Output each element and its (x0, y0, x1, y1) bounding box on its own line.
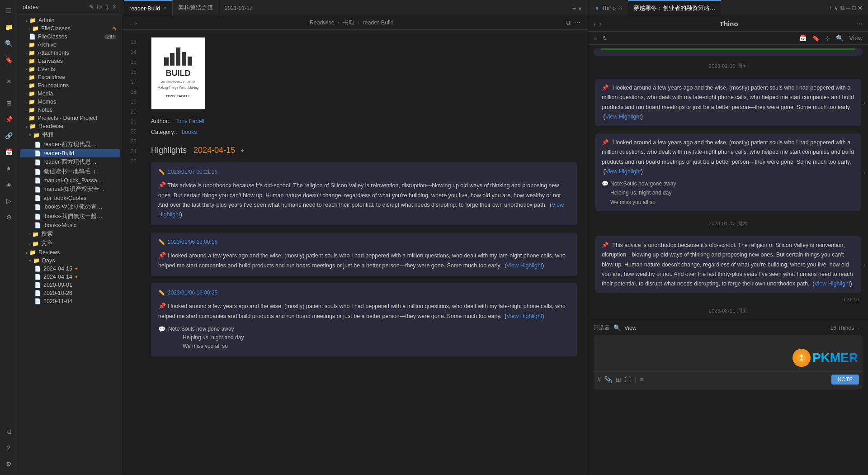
tree-item-canvases[interactable]: › 📁 Canvases (20, 57, 120, 65)
tree-item-2024-04-15[interactable]: 📄 2024-04-15 ✦ (20, 265, 120, 273)
thino-restore-icon[interactable]: □ (852, 5, 856, 12)
search-toolbar-icon[interactable]: 🔍 (836, 34, 844, 42)
thino-more[interactable]: ⋯ (856, 20, 863, 28)
nav-icon-4[interactable]: 📅 (2, 145, 16, 159)
list-editor-icon[interactable]: ≡ (640, 376, 643, 383)
tree-item-api-quotes[interactable]: 📄 api_book-Quotes (20, 194, 120, 202)
attach-icon[interactable]: 📎 (604, 376, 612, 383)
nav-icon-6[interactable]: ◈ (2, 177, 16, 192)
view-highlight-link-3[interactable]: View Highlight (506, 313, 542, 319)
tree-item-2020-10-26[interactable]: 📄 2020-10-26 (20, 289, 120, 297)
tree-item-ibooks-1[interactable]: 📄 ibooks-やはり俺の青… (20, 202, 120, 212)
tab-menu-icon[interactable]: ∨ (578, 5, 582, 12)
tree-item-reviews[interactable]: ▾ 📁 Reviews (20, 248, 120, 256)
bottom-view-label[interactable]: View (624, 325, 637, 331)
thino-logo-tab[interactable]: ● Thino ✕ (590, 0, 628, 16)
tree-item-attachments[interactable]: › 📁 Attachments (20, 49, 120, 57)
thino-close-panel[interactable]: ✕ (858, 5, 863, 12)
tree-item-projects[interactable]: › 📁 Projects - Demo Project (20, 114, 120, 122)
nav-icon-7[interactable]: ▷ (2, 194, 16, 208)
settings-icon[interactable]: ⚙ (2, 457, 16, 471)
thino-minimize-icon[interactable]: ─ (846, 5, 850, 12)
tree-item-fileclasses-zip[interactable]: 📄 FileClasses ZIP (20, 33, 120, 41)
more-icon[interactable]: ··· (858, 324, 863, 331)
tab-close-icon[interactable]: ✕ (163, 5, 167, 11)
tree-item-archive[interactable]: › 📁 Archive (20, 41, 120, 49)
thino-view-link-1[interactable]: View Highlight (605, 114, 641, 120)
thino-forward[interactable]: › (599, 20, 602, 28)
calendar-toolbar-icon[interactable]: 📅 (799, 34, 807, 42)
folder-icon[interactable]: 📁 (2, 20, 16, 34)
nav-icon-3[interactable]: 🔗 (2, 128, 16, 143)
new-note-icon[interactable]: ✎ (89, 4, 94, 10)
tree-item-2020-11-04[interactable]: 📄 2020-11-04 (20, 297, 120, 305)
tree-item-reader-build[interactable]: 📄 reader-Build (20, 149, 120, 157)
tree-item-admin[interactable]: ▾ 📁 Admin (20, 16, 120, 24)
note-button[interactable]: NOTE (831, 375, 859, 385)
close-sidebar-icon[interactable]: ✕ (2, 74, 16, 89)
refresh-icon[interactable]: ↻ (603, 34, 608, 42)
view-highlight-link-2[interactable]: View Highlight (506, 262, 542, 269)
hamburger-icon[interactable]: ☰ (2, 4, 16, 18)
thino-back[interactable]: ‹ (594, 20, 596, 28)
back-button[interactable]: ‹ (129, 19, 132, 27)
bookmark-toolbar-icon[interactable]: 🔖 (812, 34, 820, 42)
thino-view-link-3[interactable]: View Highlight (814, 280, 850, 287)
author-value[interactable]: Tony Fadell (175, 118, 204, 124)
split-view-icon[interactable]: ⧉ (566, 19, 571, 27)
tree-item-wechat-book[interactable]: 📄 微信读书一地鸡毛（… (20, 167, 120, 176)
tree-item-notes[interactable]: › 📁 Notes (20, 106, 120, 114)
tree-item-fileclasses[interactable]: › 📁 FileClasses ⊕ (20, 24, 120, 33)
thino-add-tab[interactable]: + (829, 5, 832, 12)
tree-item-ibooks-2[interactable]: 📄 ibooks-我們無法一起… (20, 212, 120, 221)
add-tab-icon[interactable]: + (572, 5, 576, 12)
category-value[interactable]: books (182, 129, 197, 135)
thino-msg-expand-2[interactable]: › (863, 169, 865, 176)
tree-item-media[interactable]: › 📁 Media (20, 90, 120, 98)
search-icon[interactable]: 🔍 (2, 36, 16, 51)
expand-editor-icon[interactable]: ⛶ (625, 376, 631, 383)
tree-item-2024-04-14[interactable]: 📄 2024-04-14 ✦ (20, 273, 120, 281)
puzzle-icon[interactable]: ⧉ (2, 424, 16, 439)
thino-tab-menu[interactable]: ∨ (834, 5, 839, 12)
sort-icon[interactable]: ⇅ (104, 4, 109, 10)
nav-icon-2[interactable]: 📌 (2, 112, 16, 127)
close-icon[interactable]: ✕ (112, 4, 117, 10)
tree-item-readwise[interactable]: ▾ 📁 Readwise (20, 122, 120, 130)
nav-icon-5[interactable]: ★ (2, 161, 16, 176)
thino-tab-close[interactable]: ✕ (618, 5, 623, 11)
thino-view-link-2[interactable]: View Highlight (605, 168, 641, 175)
tree-item-memos[interactable]: › 📁 Memos (20, 98, 120, 106)
tree-item-reader-xifang[interactable]: 📄 reader-西方现代思… (20, 140, 120, 149)
tree-item-shuji[interactable]: ▾ 📁 书籍 (20, 130, 120, 140)
tree-item-foundations[interactable]: › 📁 Foundations (20, 81, 120, 90)
thino-msg-expand-1[interactable]: › (863, 99, 865, 106)
more-options-icon[interactable]: ⋯ (574, 19, 580, 27)
tree-item-reader-xifang2[interactable]: 📄 reader-西方现代思… (20, 157, 120, 167)
tree-item-2020-09-01[interactable]: 📄 2020-09-01 (20, 281, 120, 289)
tree-item-manual-quick[interactable]: 📄 manual-Quick_Passa… (20, 176, 120, 185)
thino-editor[interactable]: PKMER # 📎 ⊞ ⛶ | ≡ NOTE (594, 335, 863, 390)
filter-toolbar-icon[interactable]: ⊹ (825, 34, 830, 42)
tree-item-search[interactable]: › 📁 搜索 (20, 229, 120, 239)
nav-icon-1[interactable]: ⊞ (2, 96, 16, 110)
forward-button[interactable]: › (135, 19, 137, 27)
grid-editor-icon[interactable]: ⊞ (616, 376, 621, 383)
tree-item-ibooks-music[interactable]: 📄 ibooks-Music (20, 221, 120, 229)
thino-split-icon[interactable]: ⧉ (840, 5, 844, 12)
tree-item-manual-ip[interactable]: 📄 manual-知识产权安全… (20, 185, 120, 194)
view-button[interactable]: View (849, 34, 863, 42)
thino-msg-expand-3[interactable]: › (863, 261, 865, 268)
bookmark-icon[interactable]: 🔖 (2, 52, 16, 67)
open-folder-icon[interactable]: ⛁ (97, 4, 102, 10)
tree-item-excalidraw[interactable]: › 📁 Excalidraw (20, 73, 120, 81)
nav-icon-8[interactable]: ⊛ (2, 210, 16, 224)
hash-icon[interactable]: # (597, 376, 601, 383)
menu-icon[interactable]: ≡ (594, 34, 597, 42)
tree-item-days[interactable]: ▾ 📁 Days (20, 256, 120, 265)
question-icon[interactable]: ? (2, 441, 16, 455)
filter-search-icon[interactable]: 🔍 (613, 324, 621, 331)
tree-item-wenzhang[interactable]: › 📁 文章 (20, 239, 120, 248)
tab-jiagou[interactable]: 架构整洁之道 (173, 0, 219, 16)
tab-reader-build[interactable]: reader-Build ✕ (124, 0, 173, 16)
